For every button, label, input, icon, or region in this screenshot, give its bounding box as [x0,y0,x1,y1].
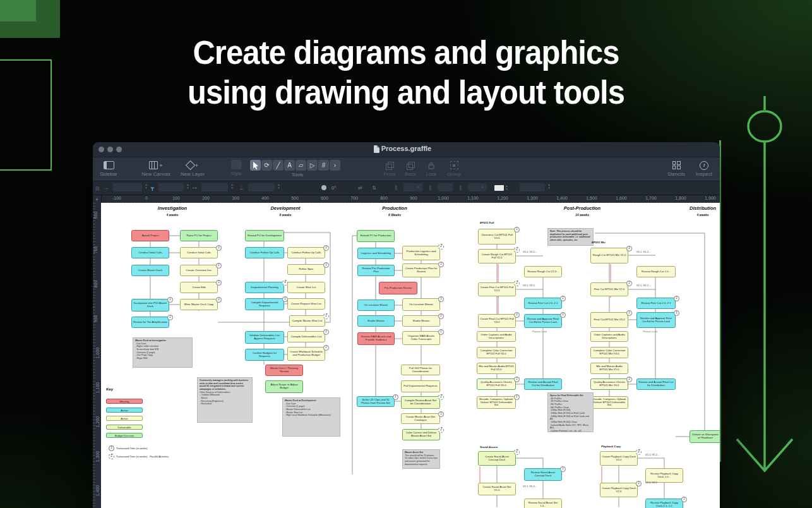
flow-node[interactable]: Create Master Deck [131,265,169,276]
flow-node[interactable]: Compile Departmental Requests [245,298,284,310]
flow-node[interactable]: Write Master Deck Copy [180,299,218,310]
flow-node[interactable]: Validate Deliverables List Against Reque… [245,331,284,344]
canvas-text[interactable]: V1.1, V1.2... [636,250,650,253]
flow-node[interactable]: Master Docs / Planning Review [265,365,303,376]
flow-node[interactable]: Encode, Compress, Upload, Deliver EP101 … [590,396,628,409]
flow-node[interactable]: Mix and Master Audio EP101 Full V5.0 [477,363,516,374]
flow-node[interactable]: Order Captions and Audio Descriptions [590,331,628,342]
annotation-note[interactable]: Note: This process should be duplicated … [547,228,594,246]
canvas-text[interactable]: Picture Lock [643,330,657,333]
flow-node[interactable]: Pull Departmental Requests [401,380,440,392]
shape-style-button[interactable] [438,183,453,191]
more-tools-button[interactable]: › [330,160,340,171]
flow-node[interactable]: Review and Accept Final Cut for Distribu… [524,378,562,390]
canvas-text[interactable]: V1.1, V1.2... [523,485,537,488]
rotation-knob[interactable] [321,185,326,190]
width-stepper[interactable] [201,183,228,191]
flow-node[interactable]: Create Playback Copy Deck V2.0 [600,483,638,497]
canvas-text[interactable]: V1.1, V1.2... [645,453,659,456]
flow-node[interactable]: Clearance Cut EP101 Full V0.0 [478,229,516,245]
group-button[interactable]: Group [443,160,465,177]
flow-node[interactable]: Departmental Planning [245,282,284,293]
annotation-note[interactable]: Master Asset SetThis should will be 50 p… [402,449,440,469]
flow-node[interactable]: On-Location Shoots [357,299,395,311]
flow-node[interactable]: Review Rough Cut V1.0... [524,266,562,277]
key-swatch[interactable]: Meeting [106,399,143,404]
sidebar-button[interactable]: Sidebar [98,160,119,177]
flow-node[interactable]: Fine Cut EP101 Mix V2.0 [590,282,628,296]
x-position-stepper[interactable] [113,183,142,191]
flow-node[interactable]: Review Pre-Production Plan [357,265,395,276]
flow-node[interactable]: Review Playback Copy Deck 2.1, 2.2 [645,499,683,508]
annotation-note[interactable]: Master Deck at Development:- Due Date- O… [282,397,340,437]
new-canvas-button[interactable]: + New Canvas [140,160,172,177]
flow-node[interactable]: Review Fine Cut 2.0, 2.1 [636,298,676,309]
back-button[interactable]: Back [402,160,419,177]
flow-node[interactable]: Create Rough Cut EP101 Full V1.0 [478,249,516,263]
flow-node[interactable]: Select 20 Clips and 50 Photos from Revie… [357,396,395,407]
flow-node[interactable]: Review Social Asset Set 1.0... [524,499,562,508]
flow-node[interactable]: Create Request Shot List [287,298,325,310]
fill-style-dropdown[interactable]: ▾ [468,183,487,191]
flow-node[interactable]: Refine Spec [287,264,325,275]
key-swatch[interactable]: Action [106,408,143,413]
style-well[interactable]: Style [225,159,247,176]
key-swatch[interactable]: Active [106,416,143,421]
flow-node[interactable]: Review Social Asset Concept Deck [524,468,562,481]
flow-node[interactable]: Mix and Master Audio EP101 Mix V5.0 [590,363,628,374]
flow-node[interactable]: Pull 100 Photos for Consideration [401,365,440,375]
flow-node[interactable]: Review and Approve Final Cut Ed for Pict… [524,314,562,328]
flow-node[interactable]: Create Social Asset Set V1.0 [478,483,516,495]
flip-horizontal-button[interactable]: ⇄ [358,183,362,192]
flow-node[interactable]: Encode, Compress, Upload, Deliver EP101 … [477,396,516,409]
flow-node[interactable]: Quality Assurance Checks EP101 Mix V6.0 [590,378,628,390]
canvas-text[interactable]: Picture Lock [532,330,547,333]
height-stepper[interactable] [248,183,275,191]
canvas-text[interactable]: EP101 Mix [592,241,606,244]
flow-node[interactable]: Review and Accept Final Cut for Distribu… [636,378,676,390]
flow-node[interactable]: Studio Shoots [402,315,440,327]
flow-node[interactable]: Pre-Production Review [379,282,417,294]
artboard-tool-button[interactable]: ▱ [296,160,306,171]
flow-node[interactable]: Review Fine Cut 2.0, 2.1 [524,298,562,309]
flow-node[interactable]: Rough Cut EP101 Mix V1.0 [590,248,628,263]
flow-node[interactable]: Logistics and Scheduling [357,248,395,259]
shape-tool-button[interactable]: ⟳ [261,160,272,171]
fill-color-well[interactable]: ▲▼ [494,183,508,192]
flow-node[interactable]: Conduct Follow Up Calls [245,247,284,258]
flow-node[interactable]: Review RAW Assets and Provide Guidance [357,332,395,345]
key-swatch[interactable]: Deliverable [106,425,143,430]
flow-node[interactable]: Order Captions and Audio Descriptions [477,331,516,342]
flow-node[interactable]: Organize RAW Assets Order Transcripts [402,331,440,345]
flow-node[interactable]: Create Workback Schedule and Production … [287,347,325,361]
flow-node[interactable]: Award Project [131,230,169,241]
inspect-button[interactable]: i Inspect [693,160,715,177]
y-position-stepper[interactable] [158,183,184,191]
new-layer-button[interactable]: + New Layer [177,160,208,177]
front-button[interactable]: Front [380,160,399,177]
annotation-note[interactable]: Community managers working with business… [197,377,253,423]
flow-node[interactable]: Deliver on Sharepoint w/ Handover [690,430,720,443]
lock-button[interactable]: Lock [422,160,440,177]
flow-node[interactable]: Confirm Budgets for Requests [245,349,284,361]
flow-node[interactable]: Review for Tier Amplification [131,317,169,328]
text-tool-button[interactable]: A [284,160,295,171]
flow-node[interactable]: Complete Color Correction EP101 Full V4.… [477,347,516,358]
opacity-stepper[interactable] [520,183,545,191]
canvas-text[interactable]: V2.1, V2.2 [645,481,657,484]
flow-node[interactable]: Adjust Scope or Adjust Budget [265,380,303,393]
flow-node[interactable]: Extend PO for Production [357,230,395,242]
selection-tool-button[interactable] [250,160,261,171]
flow-node[interactable]: Incorporate into PDI Master Deck [131,299,169,311]
flow-node[interactable]: Final Cut EP101 Mix V3.0 [590,312,628,328]
canvas-text[interactable]: V1.1, V1.2... [523,250,537,253]
flow-node[interactable]: Review Rough Cut 1.0... [636,266,676,277]
flow-node[interactable]: Compile Review Asset Set for Considerati… [401,396,440,409]
flow-node[interactable]: Quality Assurance Checks EP101 Full V6.0 [477,378,516,390]
key-swatch[interactable]: Budget Decision [106,433,143,438]
rotation-angle-value[interactable]: 0° [331,183,337,192]
canvas-text[interactable]: Social Assets [480,445,498,449]
flow-node[interactable]: Create Master Asset Set Catalogue [401,413,440,424]
flow-node[interactable]: Complete Color Correction EP101 Mix V4.0 [590,347,628,358]
diagramming-tool-button[interactable]: # [318,160,329,171]
